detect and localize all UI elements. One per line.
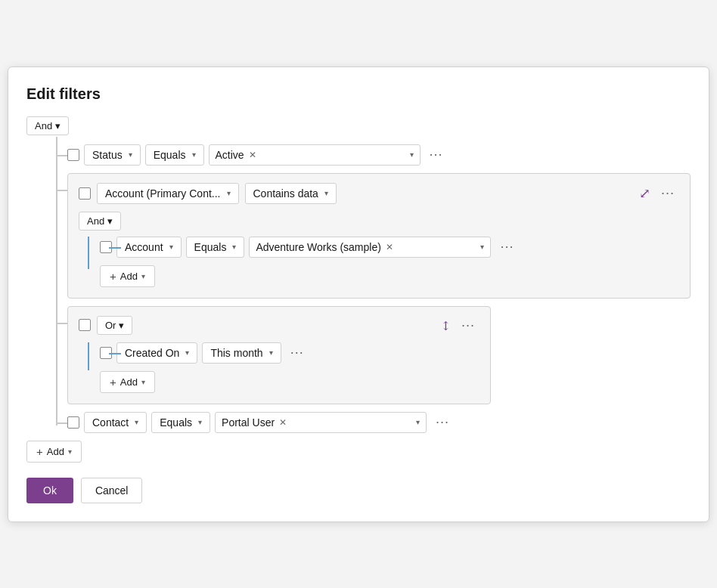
or-chevron-icon: ▾	[119, 320, 124, 331]
contact-field-chevron-icon: ▾	[135, 418, 138, 426]
status-operator-chevron-icon: ▾	[192, 150, 196, 159]
account-group-checkbox[interactable]	[79, 187, 91, 200]
account-group-collapse-icon[interactable]: ⤢	[639, 185, 650, 202]
filter-section: And ▾ Status ▾ Equals ▾ Active	[26, 116, 691, 463]
account-primary-operator-chevron-icon: ▾	[324, 189, 328, 197]
status-value-label: Active	[216, 149, 244, 161]
account-group: Account (Primary Cont... ▾ Contains data…	[67, 173, 691, 299]
contact-operator-dropdown[interactable]: Equals ▾	[151, 412, 210, 433]
inner-and-container: And ▾	[79, 212, 679, 231]
status-value-chevron-icon: ▾	[410, 150, 414, 159]
inner-and-button[interactable]: And ▾	[79, 212, 121, 231]
or-nested-connector	[88, 342, 89, 370]
or-group-wrapper: Or ▾ ⤡ ··· Created On	[67, 306, 691, 404]
or-group-ellipsis-button[interactable]: ···	[457, 316, 480, 335]
created-on-filter-row: Created On ▾ This month ▾ ···	[100, 342, 480, 364]
or-group-checkbox[interactable]	[79, 319, 91, 331]
account-value-tag[interactable]: Adventure Works (sample) ✕ ▾	[249, 237, 491, 258]
created-on-ellipsis-button[interactable]: ···	[286, 343, 309, 362]
status-hline	[56, 155, 67, 156]
account-inner-filter-area: Account ▾ Equals ▾ Adventure Works (samp…	[79, 237, 679, 287]
status-field-chevron-icon: ▾	[129, 150, 132, 159]
contact-operator-chevron-icon: ▾	[198, 418, 202, 426]
vertical-connector-line	[56, 137, 57, 426]
status-checkbox[interactable]	[67, 149, 79, 161]
contact-value-close-icon[interactable]: ✕	[279, 417, 287, 428]
bottom-add-chevron-icon: ▾	[68, 447, 72, 456]
status-operator-label: Equals	[154, 149, 186, 161]
account-add-plus-icon: +	[110, 270, 116, 283]
footer-buttons: Ok Cancel	[26, 478, 691, 503]
account-operator-chevron-icon: ▾	[232, 243, 236, 251]
contact-filter-row: Contact ▾ Equals ▾ Portal User ✕ ▾ ···	[67, 412, 691, 433]
account-value-close-icon[interactable]: ✕	[386, 242, 393, 252]
created-on-operator-label: This month	[210, 347, 262, 359]
bottom-add-plus-icon: +	[36, 445, 43, 458]
or-group: Or ▾ ⤡ ··· Created On	[67, 306, 491, 404]
account-operator-dropdown[interactable]: Equals ▾	[186, 237, 245, 258]
or-add-plus-icon: +	[110, 376, 116, 388]
status-filter-row: Status ▾ Equals ▾ Active ✕ ▾ ···	[67, 144, 691, 166]
account-value-chevron-icon: ▾	[480, 243, 484, 251]
account-field-dropdown[interactable]: Account ▾	[116, 237, 182, 258]
contact-field-label: Contact	[92, 416, 129, 429]
account-add-label: Add	[120, 271, 138, 282]
created-on-hline	[109, 353, 121, 354]
bottom-add-button[interactable]: + Add ▾	[26, 441, 82, 463]
account-primary-field-label: Account (Primary Cont...	[105, 187, 221, 200]
filter-rows-container: Status ▾ Equals ▾ Active ✕ ▾ ···	[26, 144, 691, 433]
ok-button[interactable]: Ok	[26, 478, 73, 503]
contact-value-tag[interactable]: Portal User ✕ ▾	[215, 412, 427, 433]
top-and-button[interactable]: And ▾	[26, 116, 69, 135]
or-group-header: Or ▾ ⤡ ···	[79, 316, 480, 335]
cancel-button[interactable]: Cancel	[81, 478, 143, 503]
or-label: Or	[105, 320, 116, 331]
account-group-ellipsis-button[interactable]: ···	[656, 184, 679, 203]
account-field-label: Account	[125, 241, 163, 253]
or-add-button[interactable]: + Add ▾	[100, 371, 155, 393]
status-operator-dropdown[interactable]: Equals ▾	[145, 144, 204, 166]
created-on-field-label: Created On	[125, 347, 179, 359]
status-value-tag[interactable]: Active ✕ ▾	[209, 144, 421, 166]
created-on-field-dropdown[interactable]: Created On ▾	[116, 342, 197, 364]
created-on-operator-chevron-icon: ▾	[269, 348, 273, 357]
or-add-chevron-icon: ▾	[141, 378, 145, 386]
account-primary-field-dropdown[interactable]: Account (Primary Cont... ▾	[97, 183, 239, 204]
bottom-add-container: + Add ▾	[26, 441, 691, 463]
or-group-collapse-icon[interactable]: ⤡	[437, 317, 455, 334]
account-group-wrapper: Account (Primary Cont... ▾ Contains data…	[67, 173, 691, 299]
or-inner-filter-area: Created On ▾ This month ▾ ··· + Add	[79, 342, 480, 393]
contact-value-label: Portal User	[222, 416, 275, 429]
account-inner-hline	[109, 247, 121, 249]
inner-and-chevron-icon: ▾	[107, 215, 113, 227]
account-primary-operator-dropdown[interactable]: Contains data ▾	[245, 183, 337, 204]
account-primary-field-chevron-icon: ▾	[227, 189, 231, 197]
account-group-hline	[56, 190, 67, 191]
status-ellipsis-button[interactable]: ···	[425, 145, 448, 164]
contact-operator-label: Equals	[160, 416, 192, 429]
contact-checkbox[interactable]	[67, 416, 79, 429]
account-operator-label: Equals	[194, 241, 227, 253]
status-field-label: Status	[92, 149, 123, 161]
status-value-close-icon[interactable]: ✕	[249, 150, 256, 160]
account-add-button[interactable]: + Add ▾	[100, 265, 155, 287]
created-on-field-chevron-icon: ▾	[185, 348, 189, 357]
top-and-label: And	[35, 120, 52, 132]
created-on-operator-dropdown[interactable]: This month ▾	[202, 342, 281, 364]
bottom-add-label: Add	[47, 446, 64, 457]
modal-title: Edit filters	[26, 85, 691, 103]
or-add-label: Add	[120, 376, 138, 388]
account-nested-connector	[88, 237, 89, 269]
account-group-header: Account (Primary Cont... ▾ Contains data…	[79, 183, 679, 204]
contact-field-dropdown[interactable]: Contact ▾	[84, 412, 147, 433]
or-button[interactable]: Or ▾	[97, 316, 132, 335]
status-field-dropdown[interactable]: Status ▾	[84, 144, 141, 166]
account-inner-ellipsis-button[interactable]: ···	[495, 237, 518, 256]
top-and-chevron-icon: ▾	[55, 120, 61, 132]
or-group-hline	[56, 323, 67, 324]
account-primary-operator-label: Contains data	[253, 187, 318, 200]
account-add-chevron-icon: ▾	[141, 272, 145, 280]
account-inner-filter-row: Account ▾ Equals ▾ Adventure Works (samp…	[100, 237, 679, 258]
contact-value-chevron-icon: ▾	[416, 418, 420, 426]
contact-ellipsis-button[interactable]: ···	[431, 413, 454, 432]
